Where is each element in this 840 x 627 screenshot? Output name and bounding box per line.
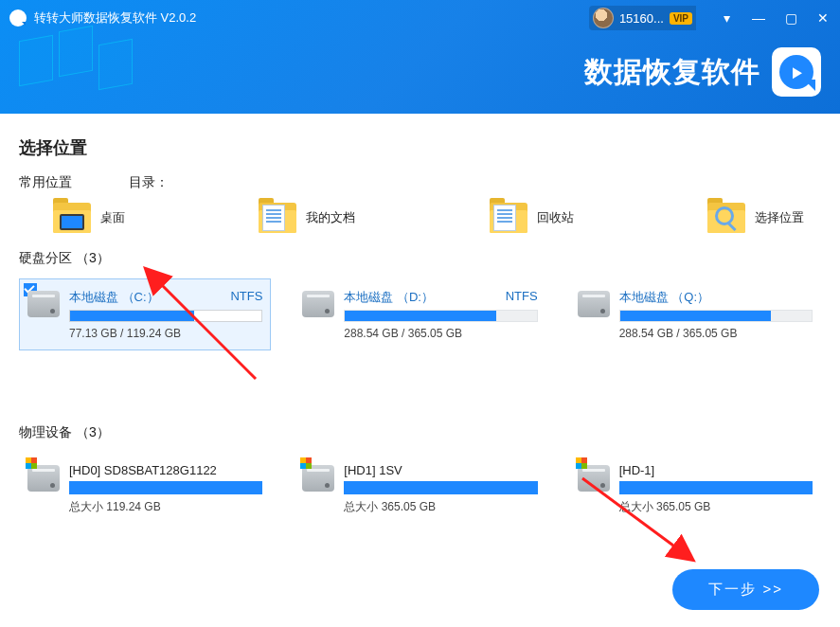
hero-logo-icon: [772, 47, 821, 97]
quick-recycle-bin[interactable]: 回收站: [490, 203, 574, 233]
maximize-button[interactable]: ▢: [783, 10, 798, 26]
directory-label: 目录：: [129, 174, 169, 191]
header-decoration: [19, 28, 152, 104]
quick-label: 回收站: [537, 209, 574, 226]
folder-documents-icon: [259, 203, 296, 233]
common-location-label: 常用位置: [19, 174, 72, 191]
windows-flag-icon: [26, 457, 37, 469]
partition-size: 77.13 GB / 119.24 GB: [69, 327, 262, 340]
drive-icon: [302, 465, 334, 492]
avatar-icon: [593, 8, 614, 28]
quick-choose-location[interactable]: 选择位置: [707, 203, 804, 233]
windows-flag-icon: [576, 457, 587, 469]
drive-icon: [578, 465, 610, 492]
device-name: [HD0] SD8SBAT128G1122: [69, 463, 217, 477]
device-size: 总大小 365.05 GB: [619, 499, 813, 515]
device-name: [HD-1]: [619, 463, 655, 477]
drive-icon: [302, 291, 334, 317]
device-size: 总大小 119.24 GB: [69, 499, 262, 515]
usage-bar: [619, 310, 813, 322]
folder-recycle-icon: [490, 203, 527, 233]
partition-card-q[interactable]: 本地磁盘 （Q:） 288.54 GB / 365.05 GB: [569, 278, 821, 350]
hero-brand-text: 数据恢复软件: [584, 53, 760, 92]
user-badge[interactable]: 15160... VIP: [589, 6, 696, 30]
dropdown-icon[interactable]: ▾: [719, 10, 734, 26]
device-name: [HD1] 1SV: [344, 463, 402, 477]
device-list: [HD0] SD8SBAT128G1122 总大小 119.24 GB [HD1…: [19, 453, 821, 526]
quick-label: 我的文档: [306, 209, 355, 226]
devices-heading: 物理设备 （3）: [19, 424, 821, 441]
device-card-hd1[interactable]: [HD1] 1SV 总大小 365.05 GB: [294, 453, 545, 526]
partition-card-c[interactable]: 本地磁盘 （C:）NTFS 77.13 GB / 119.24 GB: [19, 278, 271, 350]
next-button[interactable]: 下一步 >>: [672, 569, 819, 610]
partition-name: 本地磁盘 （D:）: [344, 289, 434, 306]
drive-icon: [578, 291, 610, 317]
quick-documents[interactable]: 我的文档: [259, 203, 355, 233]
partition-fs: NTFS: [230, 289, 262, 306]
usage-bar: [69, 481, 262, 494]
quick-label: 选择位置: [755, 209, 804, 226]
usage-bar: [619, 481, 813, 494]
close-button[interactable]: ✕: [815, 10, 831, 26]
partition-list: 本地磁盘 （C:）NTFS 77.13 GB / 119.24 GB 本地磁盘 …: [19, 278, 821, 350]
usage-bar: [69, 310, 262, 322]
windows-flag-icon: [300, 457, 312, 469]
partition-name: 本地磁盘 （Q:）: [619, 289, 709, 306]
app-title: 转转大师数据恢复软件 V2.0.2: [34, 9, 196, 27]
drive-icon: [27, 465, 60, 492]
app-header: 转转大师数据恢复软件 V2.0.2 15160... VIP ▾ — ▢ ✕ 数…: [0, 0, 840, 114]
partitions-heading: 硬盘分区 （3）: [19, 250, 821, 267]
select-location-heading: 选择位置: [19, 136, 821, 159]
partition-size: 288.54 GB / 365.05 GB: [344, 327, 537, 340]
partition-name: 本地磁盘 （C:）: [69, 289, 159, 306]
usage-bar: [344, 481, 537, 494]
quick-desktop[interactable]: 桌面: [53, 203, 125, 233]
drive-icon: [27, 291, 60, 317]
device-card-hd-1[interactable]: [HD-1] 总大小 365.05 GB: [569, 453, 821, 526]
partition-fs: NTFS: [506, 289, 538, 306]
device-size: 总大小 365.05 GB: [344, 499, 537, 515]
folder-desktop-icon: [53, 203, 91, 233]
vip-badge: VIP: [670, 12, 692, 25]
usage-bar: [344, 310, 537, 322]
folder-search-icon: [707, 203, 745, 233]
app-logo-icon: [9, 9, 27, 27]
quick-label: 桌面: [100, 209, 125, 226]
user-id: 15160...: [619, 11, 664, 26]
partition-size: 288.54 GB / 365.05 GB: [619, 327, 813, 340]
minimize-button[interactable]: —: [751, 10, 766, 26]
device-card-hd0[interactable]: [HD0] SD8SBAT128G1122 总大小 119.24 GB: [19, 453, 271, 526]
partition-card-d[interactable]: 本地磁盘 （D:）NTFS 288.54 GB / 365.05 GB: [294, 278, 545, 350]
